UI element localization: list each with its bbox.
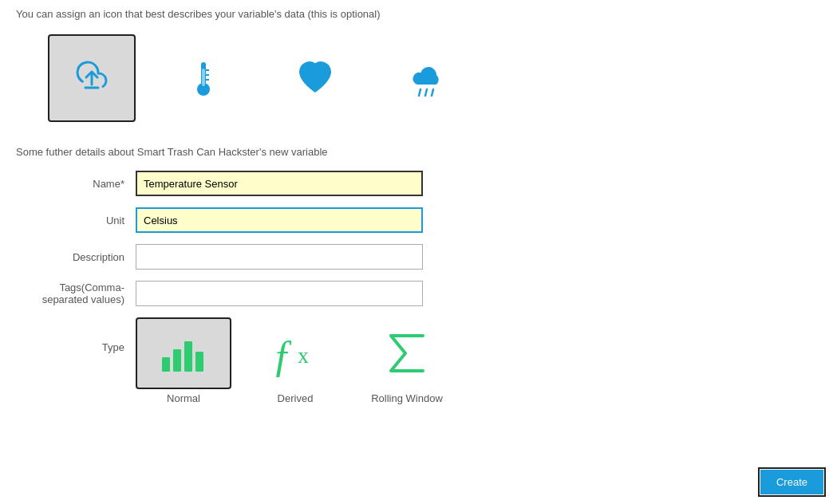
type-icon-normal xyxy=(136,317,231,389)
create-button[interactable]: Create xyxy=(760,470,823,494)
unit-label: Unit xyxy=(16,215,136,226)
icon-option-heart[interactable] xyxy=(271,34,359,122)
tags-input[interactable] xyxy=(136,281,423,306)
hint-text: You can assign an icon that best describ… xyxy=(16,8,817,20)
svg-text:f: f xyxy=(275,334,292,377)
description-label: Description xyxy=(16,251,136,263)
type-option-derived[interactable]: f x Derived xyxy=(247,317,343,404)
icon-selector xyxy=(48,34,817,122)
type-option-normal[interactable]: Normal xyxy=(136,317,231,404)
svg-rect-11 xyxy=(184,341,192,372)
svg-rect-12 xyxy=(195,352,203,372)
type-normal-label: Normal xyxy=(167,392,200,404)
icon-option-thermometer[interactable] xyxy=(160,34,247,122)
name-label: Name* xyxy=(16,178,136,190)
type-rolling-window-label: Rolling Window xyxy=(371,392,443,404)
icon-option-upload-cloud[interactable] xyxy=(48,34,136,122)
svg-rect-9 xyxy=(162,357,170,372)
unit-input[interactable] xyxy=(136,207,423,233)
svg-rect-2 xyxy=(202,69,205,86)
name-row: Name* xyxy=(16,171,817,196)
svg-line-7 xyxy=(425,89,427,96)
description-input[interactable] xyxy=(136,244,423,270)
name-input[interactable] xyxy=(136,171,423,196)
type-icon-derived: f x xyxy=(247,317,343,389)
icon-option-rain[interactable] xyxy=(383,34,471,122)
section-subtitle: Some futher details about Smart Trash Ca… xyxy=(16,146,817,158)
unit-row: Unit xyxy=(16,207,817,233)
type-options: Normal f x Derived xyxy=(136,317,455,404)
tags-label: Tags(Comma-separated values) xyxy=(16,282,136,305)
type-row: Type Normal f xyxy=(16,317,817,404)
svg-line-8 xyxy=(432,89,433,96)
type-option-rolling-window[interactable]: Rolling Window xyxy=(359,317,455,404)
type-label: Type xyxy=(16,317,136,353)
svg-line-6 xyxy=(419,89,420,96)
type-icon-rolling-window xyxy=(359,317,455,389)
description-row: Description xyxy=(16,244,817,270)
svg-text:x: x xyxy=(298,343,309,368)
svg-rect-10 xyxy=(173,349,181,372)
type-derived-label: Derived xyxy=(278,392,314,404)
tags-row: Tags(Comma-separated values) xyxy=(16,281,817,306)
